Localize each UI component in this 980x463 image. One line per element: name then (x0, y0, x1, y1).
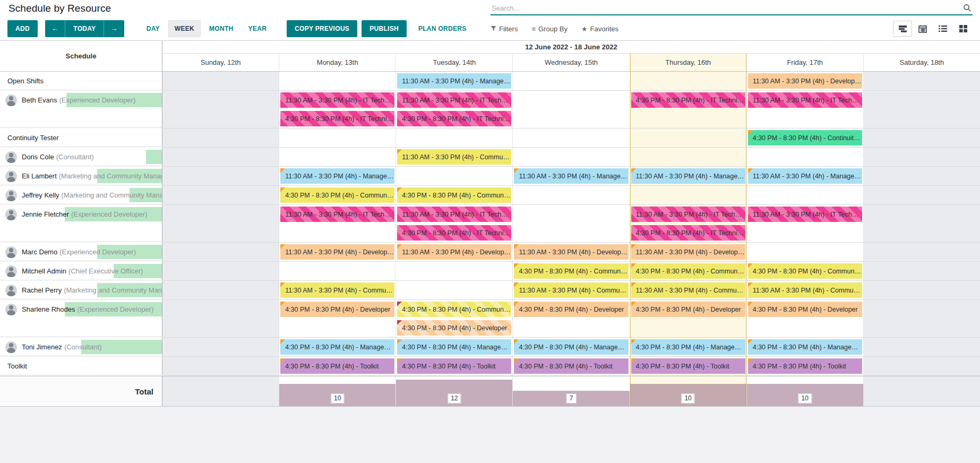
gantt-cell[interactable] (630, 72, 747, 91)
shift-event[interactable]: 11:30 AM - 3:30 PM (4h) - Develop… (748, 73, 862, 89)
gantt-cell[interactable] (864, 281, 980, 300)
shift-event[interactable]: 11:30 AM - 3:30 PM (4h) - Commu… (514, 282, 628, 298)
gantt-cell[interactable] (747, 243, 864, 262)
shift-event[interactable]: 4:30 PM - 8:30 PM (4h) - Toolkit (631, 358, 745, 374)
favorites-button[interactable]: ★ Favorites (581, 25, 618, 33)
scale-button-month[interactable]: MONTH (203, 20, 240, 37)
filters-button[interactable]: Filters (491, 25, 518, 33)
gantt-cell[interactable]: 11:30 AM - 3:30 PM (4h) - Commu… (630, 281, 747, 300)
gantt-cell[interactable]: 11:30 AM - 3:30 PM (4h) - Commu… (396, 148, 513, 167)
gantt-cell[interactable] (630, 186, 747, 205)
gantt-cell[interactable] (864, 128, 980, 148)
shift-event[interactable]: 4:30 PM - 8:30 PM (4h) - Commun… (631, 263, 745, 279)
gantt-cell[interactable]: 11:30 AM - 3:30 PM (4h) - IT Tech… (747, 91, 864, 128)
gantt-cell[interactable]: 11:30 AM - 3:30 PM (4h) - IT Tech… (279, 205, 396, 243)
gantt-cell[interactable] (513, 91, 630, 128)
gantt-cell[interactable] (864, 243, 980, 262)
shift-event[interactable]: 4:30 PM - 8:30 PM (4h) - Developer (280, 302, 394, 317)
gantt-cell[interactable]: 11:30 AM - 3:30 PM (4h) - Develop… (396, 243, 513, 262)
search-input[interactable] (491, 3, 973, 13)
gantt-cell[interactable] (162, 243, 279, 262)
gantt-cell[interactable]: 11:30 AM - 3:30 PM (4h) - Manage… (396, 72, 513, 91)
gantt-cell[interactable] (864, 72, 980, 91)
scale-button-week[interactable]: WEEK (168, 20, 201, 37)
shift-event[interactable]: 11:30 AM - 3:30 PM (4h) - IT Tech… (397, 207, 511, 222)
gantt-cell[interactable]: 11:30 AM - 3:30 PM (4h) - IT Tech…4:30 P… (630, 205, 747, 243)
shift-event[interactable]: 4:30 PM - 8:30 PM (4h) - Toolkit (397, 358, 511, 374)
gantt-cell[interactable]: 11:30 AM - 3:30 PM (4h) - Develop… (513, 243, 630, 262)
gantt-cell[interactable]: 4:30 PM - 8:30 PM (4h) - Toolkit (513, 357, 630, 376)
gantt-cell[interactable]: 4:30 PM - 8:30 PM (4h) - Manage… (279, 338, 396, 357)
gantt-cell[interactable] (747, 148, 864, 167)
shift-event[interactable]: 11:30 AM - 3:30 PM (4h) - Develop… (397, 244, 511, 260)
shift-event[interactable]: 4:30 PM - 8:30 PM (4h) - Commun… (397, 302, 511, 317)
gantt-cell[interactable] (162, 338, 279, 357)
shift-event[interactable]: 11:30 AM - 3:30 PM (4h) - Develop… (514, 244, 628, 260)
shift-event[interactable]: 11:30 AM - 3:30 PM (4h) - IT Tech… (748, 207, 862, 222)
gantt-cell[interactable] (279, 148, 396, 167)
shift-event[interactable]: 4:30 PM - 8:30 PM (4h) - IT Techni… (631, 225, 745, 241)
shift-event[interactable]: 4:30 PM - 8:30 PM (4h) - Developer (397, 320, 511, 336)
gantt-cell[interactable]: 4:30 PM - 8:30 PM (4h) - Toolkit (279, 357, 396, 376)
shift-event[interactable]: 4:30 PM - 8:30 PM (4h) - Developer (514, 302, 628, 317)
gantt-cell[interactable]: 11:30 AM - 3:30 PM (4h) - Manage… (630, 167, 747, 186)
gantt-cell[interactable] (396, 167, 513, 186)
gantt-cell[interactable] (513, 186, 630, 205)
gantt-cell[interactable] (864, 167, 980, 186)
gantt-cell[interactable]: 4:30 PM - 8:30 PM (4h) - Developer (747, 300, 864, 338)
gantt-cell[interactable] (279, 72, 396, 91)
gantt-cell[interactable] (864, 148, 980, 167)
shift-event[interactable]: 4:30 PM - 8:30 PM (4h) - IT Techni… (631, 92, 745, 108)
gantt-cell[interactable]: 11:30 AM - 3:30 PM (4h) - Commu… (279, 281, 396, 300)
gantt-cell[interactable]: 4:30 PM - 8:30 PM (4h) - Developer (279, 300, 396, 338)
shift-event[interactable]: 11:30 AM - 3:30 PM (4h) - Manage… (280, 168, 394, 184)
gantt-cell[interactable] (864, 186, 980, 205)
gantt-cell[interactable] (864, 262, 980, 281)
gantt-cell[interactable]: 4:30 PM - 8:30 PM (4h) - IT Techni… (630, 91, 747, 128)
shift-event[interactable]: 11:30 AM - 3:30 PM (4h) - IT Tech… (397, 92, 511, 108)
shift-event[interactable]: 4:30 PM - 8:30 PM (4h) - Manage… (397, 339, 511, 355)
gantt-cell[interactable]: 4:30 PM - 8:30 PM (4h) - Manage… (396, 338, 513, 357)
gantt-cell[interactable] (513, 128, 630, 148)
shift-event[interactable]: 4:30 PM - 8:30 PM (4h) - Commun… (514, 263, 628, 279)
gantt-cell[interactable] (162, 186, 279, 205)
shift-event[interactable]: 11:30 AM - 3:30 PM (4h) - IT Tech… (748, 92, 862, 108)
gantt-cell[interactable]: 4:30 PM - 8:30 PM (4h) - Manage… (630, 338, 747, 357)
gantt-cell[interactable]: 11:30 AM - 3:30 PM (4h) - Commu… (513, 281, 630, 300)
shift-event[interactable]: 11:30 AM - 3:30 PM (4h) - Develop… (631, 244, 745, 260)
gantt-cell[interactable] (279, 262, 396, 281)
gantt-cell[interactable] (162, 281, 279, 300)
gantt-cell[interactable] (162, 205, 279, 243)
shift-event[interactable]: 4:30 PM - 8:30 PM (4h) - Toolkit (748, 358, 862, 374)
gantt-cell[interactable] (162, 128, 279, 148)
kanban-view-button[interactable] (953, 21, 973, 37)
gantt-cell[interactable] (513, 148, 630, 167)
list-view-button[interactable] (933, 21, 952, 37)
gantt-cell[interactable] (513, 72, 630, 91)
gantt-cell[interactable] (279, 128, 396, 148)
gantt-view-button[interactable] (893, 21, 912, 37)
gantt-cell[interactable]: 11:30 AM - 3:30 PM (4h) - IT Tech… (747, 205, 864, 243)
gantt-cell[interactable]: 11:30 AM - 3:30 PM (4h) - Manage… (279, 167, 396, 186)
gantt-cell[interactable]: 4:30 PM - 8:30 PM (4h) - Commun… (747, 262, 864, 281)
gantt-cell[interactable] (630, 128, 747, 148)
shift-event[interactable]: 11:30 AM - 3:30 PM (4h) - Commu… (280, 282, 394, 298)
gantt-cell[interactable] (864, 338, 980, 357)
group-by-button[interactable]: ≡ Group By (531, 25, 568, 33)
publish-button[interactable]: PUBLISH (362, 20, 407, 37)
gantt-cell[interactable]: 4:30 PM - 8:30 PM (4h) - Toolkit (630, 357, 747, 376)
shift-event[interactable]: 4:30 PM - 8:30 PM (4h) - Developer (748, 302, 862, 317)
gantt-cell[interactable]: 11:30 AM - 3:30 PM (4h) - Commu… (747, 281, 864, 300)
gantt-cell[interactable]: 11:30 AM - 3:30 PM (4h) - Develop… (630, 243, 747, 262)
shift-event[interactable]: 4:30 PM - 8:30 PM (4h) - Commun… (748, 263, 862, 279)
gantt-cell[interactable]: 4:30 PM - 8:30 PM (4h) - Commun… (513, 262, 630, 281)
shift-event[interactable]: 11:30 AM - 3:30 PM (4h) - Manage… (514, 168, 628, 184)
scale-button-day[interactable]: DAY (140, 20, 166, 37)
gantt-cell[interactable]: 4:30 PM - 8:30 PM (4h) - Toolkit (396, 357, 513, 376)
gantt-cell[interactable]: 11:30 AM - 3:30 PM (4h) - Manage… (513, 167, 630, 186)
scale-button-year[interactable]: YEAR (242, 20, 273, 37)
gantt-cell[interactable] (162, 300, 279, 338)
shift-event[interactable]: 4:30 PM - 8:30 PM (4h) - Manage… (514, 339, 628, 355)
previous-period-button[interactable]: ← (45, 20, 65, 37)
shift-event[interactable]: 11:30 AM - 3:30 PM (4h) - Develop… (280, 244, 394, 260)
